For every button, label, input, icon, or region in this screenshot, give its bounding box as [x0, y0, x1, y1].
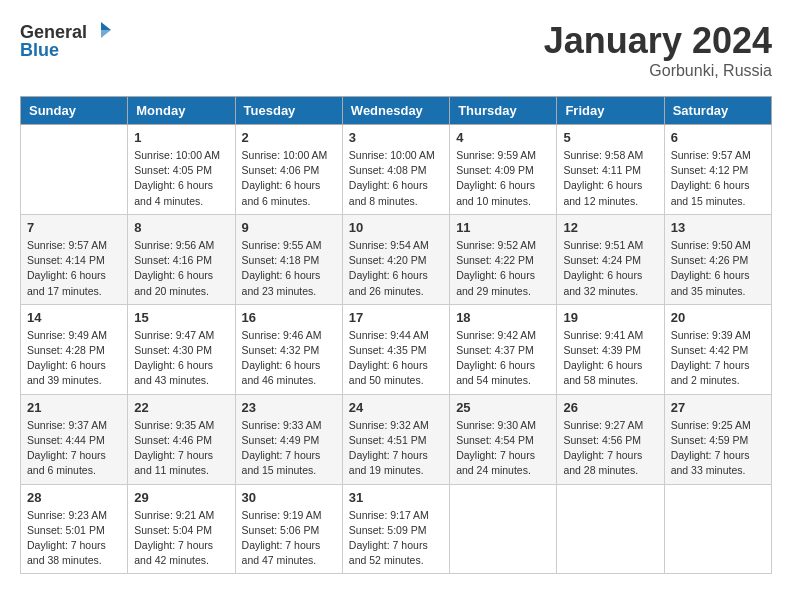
calendar-cell: 22Sunrise: 9:35 AMSunset: 4:46 PMDayligh… [128, 394, 235, 484]
cell-content: Sunrise: 9:25 AMSunset: 4:59 PMDaylight:… [671, 418, 765, 479]
day-number: 15 [134, 310, 228, 325]
calendar-cell: 17Sunrise: 9:44 AMSunset: 4:35 PMDayligh… [342, 304, 449, 394]
calendar-cell [557, 484, 664, 574]
cell-content: Sunrise: 9:39 AMSunset: 4:42 PMDaylight:… [671, 328, 765, 389]
cell-content: Sunrise: 9:55 AMSunset: 4:18 PMDaylight:… [242, 238, 336, 299]
calendar-cell: 15Sunrise: 9:47 AMSunset: 4:30 PMDayligh… [128, 304, 235, 394]
calendar-cell: 1Sunrise: 10:00 AMSunset: 4:05 PMDayligh… [128, 125, 235, 215]
cell-content: Sunrise: 9:19 AMSunset: 5:06 PMDaylight:… [242, 508, 336, 569]
day-number: 9 [242, 220, 336, 235]
day-number: 5 [563, 130, 657, 145]
day-number: 17 [349, 310, 443, 325]
title-area: January 2024 Gorbunki, Russia [544, 20, 772, 80]
day-number: 8 [134, 220, 228, 235]
day-number: 30 [242, 490, 336, 505]
cell-content: Sunrise: 9:32 AMSunset: 4:51 PMDaylight:… [349, 418, 443, 479]
calendar-cell [664, 484, 771, 574]
day-number: 29 [134, 490, 228, 505]
calendar-cell [450, 484, 557, 574]
day-header-tuesday: Tuesday [235, 97, 342, 125]
calendar-cell: 31Sunrise: 9:17 AMSunset: 5:09 PMDayligh… [342, 484, 449, 574]
calendar-cell: 7Sunrise: 9:57 AMSunset: 4:14 PMDaylight… [21, 214, 128, 304]
calendar-cell: 24Sunrise: 9:32 AMSunset: 4:51 PMDayligh… [342, 394, 449, 484]
month-year-title: January 2024 [544, 20, 772, 62]
calendar-cell: 27Sunrise: 9:25 AMSunset: 4:59 PMDayligh… [664, 394, 771, 484]
calendar-cell: 5Sunrise: 9:58 AMSunset: 4:11 PMDaylight… [557, 125, 664, 215]
cell-content: Sunrise: 9:23 AMSunset: 5:01 PMDaylight:… [27, 508, 121, 569]
cell-content: Sunrise: 9:37 AMSunset: 4:44 PMDaylight:… [27, 418, 121, 479]
day-number: 10 [349, 220, 443, 235]
calendar-week-row: 28Sunrise: 9:23 AMSunset: 5:01 PMDayligh… [21, 484, 772, 574]
calendar-cell: 19Sunrise: 9:41 AMSunset: 4:39 PMDayligh… [557, 304, 664, 394]
calendar-week-row: 1Sunrise: 10:00 AMSunset: 4:05 PMDayligh… [21, 125, 772, 215]
cell-content: Sunrise: 10:00 AMSunset: 4:06 PMDaylight… [242, 148, 336, 209]
cell-content: Sunrise: 9:54 AMSunset: 4:20 PMDaylight:… [349, 238, 443, 299]
calendar-cell: 2Sunrise: 10:00 AMSunset: 4:06 PMDayligh… [235, 125, 342, 215]
day-number: 16 [242, 310, 336, 325]
calendar-week-row: 21Sunrise: 9:37 AMSunset: 4:44 PMDayligh… [21, 394, 772, 484]
day-number: 24 [349, 400, 443, 415]
cell-content: Sunrise: 9:33 AMSunset: 4:49 PMDaylight:… [242, 418, 336, 479]
day-number: 23 [242, 400, 336, 415]
svg-marker-1 [101, 30, 111, 38]
cell-content: Sunrise: 9:42 AMSunset: 4:37 PMDaylight:… [456, 328, 550, 389]
calendar-cell: 6Sunrise: 9:57 AMSunset: 4:12 PMDaylight… [664, 125, 771, 215]
day-number: 20 [671, 310, 765, 325]
calendar-cell: 13Sunrise: 9:50 AMSunset: 4:26 PMDayligh… [664, 214, 771, 304]
day-header-thursday: Thursday [450, 97, 557, 125]
cell-content: Sunrise: 9:27 AMSunset: 4:56 PMDaylight:… [563, 418, 657, 479]
calendar-cell: 8Sunrise: 9:56 AMSunset: 4:16 PMDaylight… [128, 214, 235, 304]
cell-content: Sunrise: 9:46 AMSunset: 4:32 PMDaylight:… [242, 328, 336, 389]
calendar-cell: 26Sunrise: 9:27 AMSunset: 4:56 PMDayligh… [557, 394, 664, 484]
cell-content: Sunrise: 9:56 AMSunset: 4:16 PMDaylight:… [134, 238, 228, 299]
calendar-cell [21, 125, 128, 215]
calendar-header-row: SundayMondayTuesdayWednesdayThursdayFrid… [21, 97, 772, 125]
calendar-cell: 11Sunrise: 9:52 AMSunset: 4:22 PMDayligh… [450, 214, 557, 304]
day-header-wednesday: Wednesday [342, 97, 449, 125]
logo: General Blue [20, 20, 113, 61]
calendar-cell: 28Sunrise: 9:23 AMSunset: 5:01 PMDayligh… [21, 484, 128, 574]
cell-content: Sunrise: 9:35 AMSunset: 4:46 PMDaylight:… [134, 418, 228, 479]
calendar-table: SundayMondayTuesdayWednesdayThursdayFrid… [20, 96, 772, 574]
day-number: 19 [563, 310, 657, 325]
location-subtitle: Gorbunki, Russia [544, 62, 772, 80]
calendar-cell: 25Sunrise: 9:30 AMSunset: 4:54 PMDayligh… [450, 394, 557, 484]
day-number: 27 [671, 400, 765, 415]
cell-content: Sunrise: 9:17 AMSunset: 5:09 PMDaylight:… [349, 508, 443, 569]
day-number: 1 [134, 130, 228, 145]
header: General Blue January 2024 Gorbunki, Russ… [20, 20, 772, 80]
calendar-cell: 30Sunrise: 9:19 AMSunset: 5:06 PMDayligh… [235, 484, 342, 574]
day-number: 25 [456, 400, 550, 415]
cell-content: Sunrise: 10:00 AMSunset: 4:08 PMDaylight… [349, 148, 443, 209]
day-number: 26 [563, 400, 657, 415]
calendar-cell: 3Sunrise: 10:00 AMSunset: 4:08 PMDayligh… [342, 125, 449, 215]
day-number: 13 [671, 220, 765, 235]
day-number: 31 [349, 490, 443, 505]
cell-content: Sunrise: 9:21 AMSunset: 5:04 PMDaylight:… [134, 508, 228, 569]
logo-flag-icon [89, 20, 113, 44]
day-number: 22 [134, 400, 228, 415]
day-header-friday: Friday [557, 97, 664, 125]
day-number: 7 [27, 220, 121, 235]
cell-content: Sunrise: 10:00 AMSunset: 4:05 PMDaylight… [134, 148, 228, 209]
calendar-cell: 4Sunrise: 9:59 AMSunset: 4:09 PMDaylight… [450, 125, 557, 215]
calendar-cell: 10Sunrise: 9:54 AMSunset: 4:20 PMDayligh… [342, 214, 449, 304]
day-number: 21 [27, 400, 121, 415]
cell-content: Sunrise: 9:51 AMSunset: 4:24 PMDaylight:… [563, 238, 657, 299]
cell-content: Sunrise: 9:59 AMSunset: 4:09 PMDaylight:… [456, 148, 550, 209]
day-header-sunday: Sunday [21, 97, 128, 125]
day-header-saturday: Saturday [664, 97, 771, 125]
day-number: 18 [456, 310, 550, 325]
calendar-cell: 18Sunrise: 9:42 AMSunset: 4:37 PMDayligh… [450, 304, 557, 394]
calendar-cell: 16Sunrise: 9:46 AMSunset: 4:32 PMDayligh… [235, 304, 342, 394]
cell-content: Sunrise: 9:30 AMSunset: 4:54 PMDaylight:… [456, 418, 550, 479]
day-number: 14 [27, 310, 121, 325]
logo-blue-text: Blue [20, 40, 59, 61]
cell-content: Sunrise: 9:41 AMSunset: 4:39 PMDaylight:… [563, 328, 657, 389]
day-header-monday: Monday [128, 97, 235, 125]
cell-content: Sunrise: 9:52 AMSunset: 4:22 PMDaylight:… [456, 238, 550, 299]
calendar-week-row: 14Sunrise: 9:49 AMSunset: 4:28 PMDayligh… [21, 304, 772, 394]
day-number: 28 [27, 490, 121, 505]
day-number: 6 [671, 130, 765, 145]
cell-content: Sunrise: 9:57 AMSunset: 4:14 PMDaylight:… [27, 238, 121, 299]
